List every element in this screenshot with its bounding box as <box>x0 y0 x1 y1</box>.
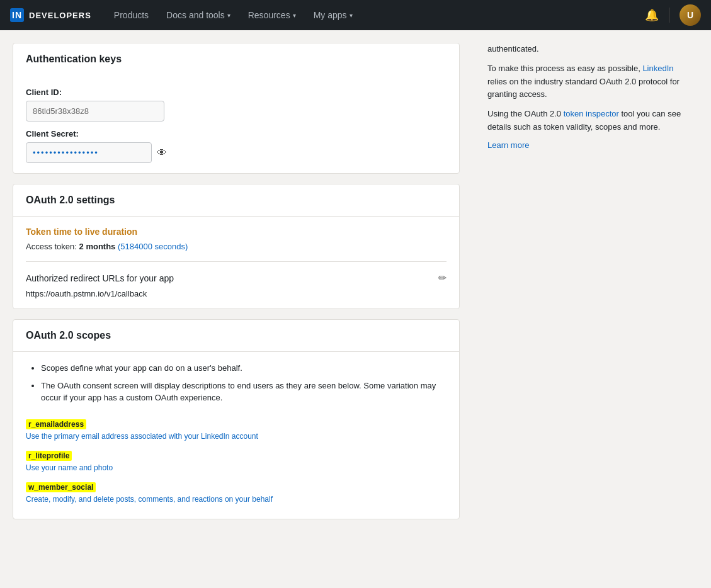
nav-resources[interactable]: Resources ▾ <box>241 0 304 30</box>
linkedin-link[interactable]: LinkedIn <box>642 64 673 73</box>
redirect-title: Authorized redirect URLs for your app <box>26 273 174 283</box>
linkedin-icon: in <box>10 8 24 22</box>
navbar-divider <box>669 8 669 23</box>
scope-badge-liteprofile: r_liteprofile <box>26 451 72 461</box>
navbar: in DEVELOPERS Products Docs and tools ▾ … <box>0 0 711 30</box>
logo[interactable]: in DEVELOPERS <box>10 8 91 22</box>
nav-my-apps[interactable]: My apps ▾ <box>306 0 360 30</box>
client-id-input[interactable] <box>26 101 164 122</box>
scope-badge-emailaddress: r_emailaddress <box>26 419 86 429</box>
scopes-body: Scopes define what your app can do on a … <box>13 352 459 519</box>
auth-keys-body: Client ID: Client Secret: 👁 <box>13 70 459 173</box>
scope-desc-emailaddress: Use the primary email address associated… <box>26 432 447 441</box>
developers-text: DEVELOPERS <box>29 11 91 20</box>
scope-desc-liteprofile: Use your name and photo <box>26 463 447 472</box>
redirect-url: https://oauth.pstmn.io/v1/callback <box>26 289 447 298</box>
sidebar-para2: To make this process as easy as possible… <box>487 62 684 101</box>
learn-more-link[interactable]: Learn more <box>487 140 684 150</box>
secret-row: 👁 <box>26 142 447 163</box>
nav-links: Products Docs and tools ▾ Resources ▾ My… <box>106 0 645 30</box>
scope-bullets: Scopes define what your app can do on a … <box>26 362 447 404</box>
redirect-header: Authorized redirect URLs for your app ✏ <box>26 272 447 284</box>
redirect-section: Authorized redirect URLs for your app ✏ … <box>13 262 459 308</box>
token-seconds: (5184000 seconds) <box>118 242 188 251</box>
my-apps-chevron-icon: ▾ <box>350 12 353 19</box>
access-token-label: Access token: <box>26 242 79 251</box>
main-content: Authentication keys Client ID: Client Se… <box>0 30 472 588</box>
scope-bullet-2: The OAuth consent screen will display de… <box>41 380 447 404</box>
nav-docs-and-tools[interactable]: Docs and tools ▾ <box>159 0 238 30</box>
client-secret-input[interactable] <box>26 142 152 163</box>
sidebar-para1: authenticated. <box>487 43 684 56</box>
user-avatar[interactable]: U <box>680 4 701 26</box>
auth-keys-title: Authentication keys <box>13 43 459 70</box>
token-inspector-link[interactable]: token inspector <box>564 109 619 118</box>
client-secret-label: Client Secret: <box>26 129 447 139</box>
sidebar: authenticated. To make this process as e… <box>472 30 699 588</box>
avatar-inner: U <box>680 4 701 26</box>
notification-bell-icon[interactable]: 🔔 <box>645 8 659 22</box>
resources-chevron-icon: ▾ <box>293 12 296 19</box>
token-access-desc: Access token: 2 months (5184000 seconds) <box>26 242 447 251</box>
edit-redirect-icon[interactable]: ✏ <box>438 272 447 284</box>
token-section: Token time to live duration Access token… <box>13 217 459 261</box>
toggle-secret-icon[interactable]: 👁 <box>157 147 167 159</box>
oauth-settings-card: OAuth 2.0 settings Token time to live du… <box>13 184 460 309</box>
navbar-right: 🔔 U <box>645 4 701 26</box>
auth-keys-card: Authentication keys Client ID: Client Se… <box>13 43 460 174</box>
scope-item-liteprofile: r_liteprofile Use your name and photo <box>26 446 447 472</box>
page-body: Authentication keys Client ID: Client Se… <box>0 30 711 588</box>
docs-chevron-icon: ▾ <box>227 12 230 19</box>
oauth-settings-title: OAuth 2.0 settings <box>13 184 459 217</box>
scope-item-emailaddress: r_emailaddress Use the primary email add… <box>26 414 447 441</box>
nav-products[interactable]: Products <box>106 0 156 30</box>
oauth-scopes-card: OAuth 2.0 scopes Scopes define what your… <box>13 319 460 519</box>
scope-desc-member-social: Create, modify, and delete posts, commen… <box>26 495 447 504</box>
token-ttl-title: Token time to live duration <box>26 227 447 237</box>
oauth-scopes-title: OAuth 2.0 scopes <box>13 320 459 352</box>
scope-bullet-1: Scopes define what your app can do on a … <box>41 362 447 375</box>
scope-item-member-social: w_member_social Create, modify, and dele… <box>26 477 447 504</box>
scope-badge-member-social: w_member_social <box>26 482 96 492</box>
client-id-label: Client ID: <box>26 88 447 97</box>
token-months: 2 months <box>79 242 118 251</box>
sidebar-para3: Using the OAuth 2.0 token inspector tool… <box>487 108 684 134</box>
